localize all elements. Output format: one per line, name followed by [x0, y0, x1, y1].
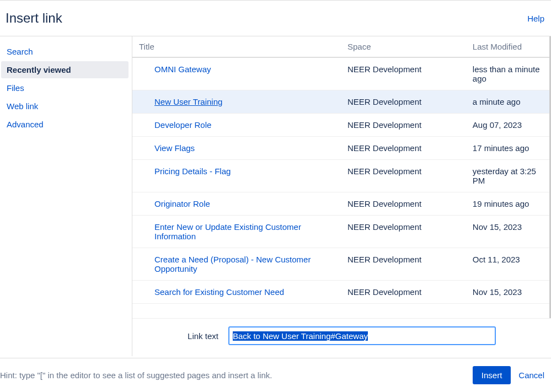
table-row[interactable]: OMNI GatewayNEER Developmentless than a … [132, 57, 549, 90]
page-title-link[interactable]: OMNI Gateway [154, 65, 211, 74]
last-modified-cell: Aug 07, 2023 [466, 114, 549, 137]
sidebar: Search Recently viewed Files Web link Ad… [0, 36, 132, 356]
insert-button[interactable]: Insert [473, 366, 511, 384]
page-title-link[interactable]: Create a Need (Proposal) - New Customer … [154, 255, 311, 273]
table-row[interactable]: View FlagsNEER Development17 minutes ago [132, 137, 549, 160]
sidebar-item-search[interactable]: Search [1, 43, 129, 60]
last-modified-cell: Nov 15, 2023 [466, 281, 549, 304]
space-cell: NEER Development [341, 57, 466, 90]
table-row[interactable]: Developer RoleNEER DevelopmentAug 07, 20… [132, 114, 549, 137]
page-title-link[interactable]: New User Training [154, 97, 222, 106]
space-cell: NEER Development [341, 90, 466, 114]
footer-actions: Insert Cancel [473, 366, 544, 384]
space-cell: NEER Development [341, 281, 466, 304]
last-modified-cell: Nov 15, 2023 [466, 216, 549, 248]
column-header-last-modified: Last Modified [466, 36, 549, 57]
table-row[interactable]: New User TrainingNEER Developmenta minut… [132, 90, 549, 114]
results-table: Title Space Last Modified OMNI GatewayNE… [132, 36, 549, 304]
link-text-label: Link text [188, 331, 218, 341]
space-cell: NEER Development [341, 137, 466, 160]
dialog-body: Search Recently viewed Files Web link Ad… [0, 36, 551, 356]
page-title-link[interactable]: Search for Existing Customer Need [154, 287, 284, 297]
table-wrapper[interactable]: Title Space Last Modified OMNI GatewayNE… [132, 36, 551, 318]
space-cell: NEER Development [341, 114, 466, 137]
page-title-link[interactable]: View Flags [154, 143, 195, 153]
table-row[interactable]: Originator RoleNEER Development19 minute… [132, 192, 549, 216]
dialog-header: Insert link Help [0, 0, 551, 36]
space-cell: NEER Development [341, 248, 466, 281]
last-modified-cell: a minute ago [466, 90, 549, 114]
page-title-link[interactable]: Pricing Details - Flag [154, 167, 231, 176]
page-title-link[interactable]: Enter New or Update Existing Customer In… [154, 222, 301, 241]
last-modified-cell: 17 minutes ago [466, 137, 549, 160]
cancel-button[interactable]: Cancel [518, 370, 544, 380]
link-text-input[interactable]: Back to New User Training#Gateway [228, 326, 496, 345]
last-modified-cell: Oct 11, 2023 [466, 248, 549, 281]
dialog-footer: Hint: type "[" in the editor to see a li… [0, 358, 551, 392]
column-header-title: Title [132, 36, 341, 57]
link-text-value: Back to New User Training#Gateway [233, 331, 368, 341]
last-modified-cell: less than a minute ago [466, 57, 549, 90]
hint-text: Hint: type "[" in the editor to see a li… [0, 370, 272, 380]
sidebar-item-files[interactable]: Files [1, 79, 129, 96]
last-modified-cell: 19 minutes ago [466, 192, 549, 216]
table-row[interactable]: Pricing Details - FlagNEER Developmentye… [132, 160, 549, 192]
space-cell: NEER Development [341, 216, 466, 248]
last-modified-cell: yesterday at 3:25 PM [466, 160, 549, 192]
space-cell: NEER Development [341, 192, 466, 216]
table-row[interactable]: Create a Need (Proposal) - New Customer … [132, 248, 549, 281]
table-row[interactable]: Search for Existing Customer NeedNEER De… [132, 281, 549, 304]
space-cell: NEER Development [341, 160, 466, 192]
column-header-space: Space [341, 36, 466, 57]
sidebar-item-advanced[interactable]: Advanced [1, 116, 129, 133]
sidebar-item-recently-viewed[interactable]: Recently viewed [1, 61, 129, 78]
page-title-link[interactable]: Developer Role [154, 120, 211, 130]
dialog-title: Insert link [6, 10, 62, 26]
main-area: Title Space Last Modified OMNI GatewayNE… [132, 36, 551, 356]
table-row[interactable]: Enter New or Update Existing Customer In… [132, 216, 549, 248]
page-title-link[interactable]: Originator Role [154, 199, 210, 208]
sidebar-item-web-link[interactable]: Web link [1, 98, 129, 115]
link-text-row: Link text Back to New User Training#Gate… [132, 318, 551, 356]
help-link[interactable]: Help [527, 14, 544, 23]
